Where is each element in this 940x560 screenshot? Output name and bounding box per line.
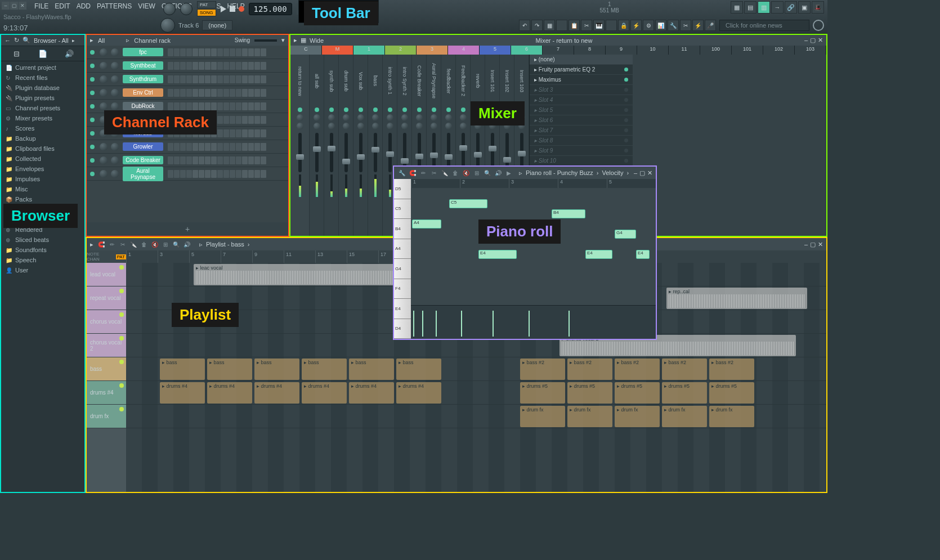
pr-max-icon[interactable]: ▢ bbox=[639, 169, 645, 177]
fx-knob[interactable] bbox=[297, 114, 303, 121]
step[interactable] bbox=[217, 102, 223, 110]
step[interactable] bbox=[193, 102, 198, 110]
mixer-tab-3[interactable]: 3 bbox=[417, 46, 448, 55]
mixer-tab-10[interactable]: 10 bbox=[637, 46, 669, 55]
channel-name-button[interactable]: Code Breaker bbox=[123, 156, 163, 164]
clip[interactable]: ▸ bass bbox=[302, 359, 347, 380]
mixer-wide-label[interactable]: Wide bbox=[310, 37, 324, 44]
channel-synthbeat[interactable]: Synthbeat bbox=[87, 59, 288, 73]
mixer-tab-4[interactable]: 4 bbox=[448, 46, 480, 55]
browser-item-user[interactable]: 👤User bbox=[1, 265, 84, 275]
step[interactable] bbox=[242, 143, 248, 151]
toolbar-icon-3[interactable] bbox=[556, 20, 567, 31]
step[interactable] bbox=[193, 75, 198, 83]
step[interactable] bbox=[248, 62, 254, 70]
step[interactable] bbox=[217, 143, 223, 151]
fx-knob[interactable] bbox=[416, 114, 423, 121]
slot-led[interactable] bbox=[624, 78, 628, 82]
mixer-tab-103[interactable]: 103 bbox=[795, 46, 826, 55]
close-all-icon[interactable]: ▣ bbox=[798, 1, 811, 14]
channel-name-button[interactable]: Growler bbox=[123, 142, 163, 151]
swing-slider[interactable] bbox=[254, 39, 277, 42]
slot-led[interactable] bbox=[624, 149, 628, 153]
pan-knob[interactable] bbox=[100, 75, 108, 83]
toolbar-icon-14[interactable]: ⚡ bbox=[692, 20, 704, 31]
piano-key-D4[interactable]: D4 bbox=[394, 319, 411, 339]
pl-menu-icon[interactable]: ▸ bbox=[90, 241, 93, 248]
mixer-tab-9[interactable]: 9 bbox=[606, 46, 637, 55]
note[interactable]: E4 bbox=[636, 250, 650, 259]
mixer-tab-11[interactable]: 11 bbox=[669, 46, 700, 55]
step[interactable] bbox=[236, 89, 241, 97]
mixer-strip-synth-sub[interactable]: synth sub bbox=[324, 55, 339, 236]
browser-item-scores[interactable]: ♪Scores bbox=[1, 123, 84, 133]
step[interactable] bbox=[186, 102, 192, 110]
step[interactable] bbox=[174, 48, 180, 56]
strip-enable-led[interactable] bbox=[373, 107, 378, 112]
channel-name-button[interactable]: Aural Psynapse bbox=[123, 167, 163, 181]
globe-icon[interactable] bbox=[813, 20, 824, 31]
fx-knob[interactable] bbox=[445, 114, 452, 121]
velocity-bar[interactable] bbox=[529, 311, 530, 337]
fx-slot-4[interactable]: ▸ Slot 5 bbox=[530, 105, 633, 115]
channel-env-ctrl[interactable]: Env Ctrl bbox=[87, 86, 288, 100]
note[interactable]: B4 bbox=[552, 209, 585, 218]
step[interactable] bbox=[180, 170, 186, 178]
mixer-tab-8[interactable]: 8 bbox=[574, 46, 606, 55]
pr-tool-0[interactable]: 🔧 bbox=[397, 168, 406, 177]
vol-knob[interactable] bbox=[111, 62, 119, 70]
step[interactable] bbox=[261, 62, 266, 70]
record-button[interactable] bbox=[239, 6, 244, 12]
view-mixer-icon[interactable]: → bbox=[771, 1, 784, 14]
volume-fader[interactable] bbox=[388, 133, 392, 172]
step[interactable] bbox=[236, 116, 241, 124]
step[interactable] bbox=[186, 89, 192, 97]
step[interactable] bbox=[261, 89, 266, 97]
step[interactable] bbox=[174, 170, 180, 178]
pr-ruler-mark[interactable]: 3 bbox=[509, 179, 558, 188]
clip[interactable]: ▸ bass #2 bbox=[709, 359, 754, 380]
close-button[interactable]: ✕ bbox=[19, 2, 26, 10]
channel-mute-led[interactable] bbox=[90, 131, 95, 136]
step[interactable] bbox=[223, 75, 229, 83]
step[interactable] bbox=[186, 156, 192, 164]
step[interactable] bbox=[230, 75, 235, 83]
step[interactable] bbox=[217, 170, 223, 178]
pr-min-icon[interactable]: – bbox=[634, 169, 637, 177]
track-mute-led[interactable] bbox=[119, 407, 124, 411]
mixer-max-icon[interactable]: ▢ bbox=[810, 37, 816, 44]
mixer-min-icon[interactable]: – bbox=[804, 37, 808, 44]
piano-key-F4[interactable]: F4 bbox=[394, 279, 411, 299]
track-header-drums-#4[interactable]: drums #4 bbox=[87, 381, 126, 405]
step[interactable] bbox=[242, 48, 248, 56]
step[interactable] bbox=[236, 129, 241, 137]
track-header-chorus-vocal[interactable]: chorus vocal bbox=[87, 310, 126, 334]
step[interactable] bbox=[211, 89, 217, 97]
clip[interactable]: ▸ drums #4 bbox=[207, 382, 252, 404]
mixer-strip-return-to-new[interactable]: return to new bbox=[290, 55, 310, 236]
step[interactable] bbox=[261, 102, 266, 110]
track-header-drum-fx[interactable]: drum fx bbox=[87, 405, 126, 428]
clip[interactable]: ▸ drum fx bbox=[709, 406, 754, 427]
track-lane[interactable]: ▸ bass▸ bass▸ bass▸ bass▸ bass▸ bass▸ ba… bbox=[126, 357, 826, 381]
step[interactable] bbox=[230, 170, 235, 178]
step[interactable] bbox=[199, 143, 204, 151]
audio-icon[interactable]: 🔊 bbox=[64, 48, 74, 59]
step[interactable] bbox=[261, 156, 266, 164]
step[interactable] bbox=[242, 170, 248, 178]
strip-enable-led[interactable] bbox=[432, 107, 436, 112]
step[interactable] bbox=[205, 170, 211, 178]
vol-knob[interactable] bbox=[111, 48, 119, 56]
mixer-tab-M[interactable]: M bbox=[322, 46, 353, 55]
step[interactable] bbox=[236, 156, 241, 164]
step[interactable] bbox=[236, 170, 241, 178]
fx-slot-3[interactable]: ▸ Slot 4 bbox=[530, 95, 633, 105]
step[interactable] bbox=[174, 75, 180, 83]
cr-options-icon[interactable]: ▾ bbox=[281, 37, 285, 44]
step[interactable] bbox=[236, 143, 241, 151]
step[interactable] bbox=[261, 129, 266, 137]
step[interactable] bbox=[254, 62, 260, 70]
step[interactable] bbox=[217, 89, 223, 97]
vol-knob[interactable] bbox=[111, 156, 119, 164]
clip[interactable]: ▸ drums #5 bbox=[520, 382, 565, 404]
